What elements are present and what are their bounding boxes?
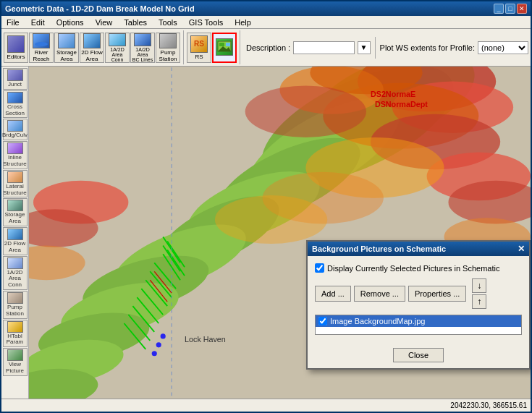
junction-label: Junct <box>8 82 22 88</box>
description-label: Description : <box>246 43 290 52</box>
plot-select[interactable]: (none) <box>478 41 528 54</box>
background-pictures-dialog: Background Pictures on Schematic ✕ Displ… <box>306 240 531 370</box>
maximize-button[interactable]: □ <box>505 4 515 14</box>
storage-icon <box>58 33 75 48</box>
2dflow-label: 2D FlowArea <box>4 241 25 254</box>
svg-point-23 <box>245 85 366 137</box>
sidebar-htabl[interactable]: HTablParam <box>3 320 28 348</box>
dialog-overlay: Background Pictures on Schematic ✕ Displ… <box>306 240 531 370</box>
bg-icon <box>216 38 233 56</box>
storagearea-icon <box>7 200 23 211</box>
sidebar-pump[interactable]: PumpStation <box>3 291 28 319</box>
svg-point-32 <box>215 195 327 244</box>
sidebar-inline[interactable]: InlineStructure <box>3 141 28 169</box>
description-dropdown[interactable]: ▼ <box>358 41 371 54</box>
sidebar-storage[interactable]: StorageArea <box>3 198 28 226</box>
sidebar-cross-section[interactable]: CrossSection <box>3 90 28 119</box>
display-checkbox-label: Display Currently Selected Pictures in S… <box>327 264 499 273</box>
inline-label: InlineStructure <box>3 155 26 168</box>
menu-tools[interactable]: Tools <box>156 17 180 27</box>
menu-options[interactable]: Options <box>54 17 86 27</box>
pump-station-button[interactable]: PumpStation <box>156 33 180 63</box>
dialog-title-bar: Background Pictures on Schematic ✕ <box>308 242 529 256</box>
list-item-text: Image BackgroundMap.jpg <box>330 317 425 325</box>
add-button[interactable]: Add ... <box>315 286 351 302</box>
background-picture-button[interactable] <box>212 33 237 63</box>
sidebar-bridge[interactable]: Brdg/Culv <box>3 119 28 140</box>
1a2d-label: 1A/2DAreaConn <box>7 270 22 289</box>
map-area[interactable]: Lock Haven DS2NormaE DSNormaDept Backgro… <box>29 67 531 399</box>
menu-file[interactable]: File <box>4 17 22 27</box>
menu-help[interactable]: Help <box>232 17 253 27</box>
svg-text:Lock Haven: Lock Haven <box>185 335 226 344</box>
1a2dbc-label: 1A/2D AreaBC Lines <box>131 47 154 62</box>
title-buttons: _ □ ✕ <box>494 4 527 14</box>
svg-point-50 <box>161 333 166 339</box>
junction-icon <box>7 69 23 81</box>
2dflow-area-button[interactable]: 2D FlowArea <box>80 33 104 63</box>
1a2d-label: 1A/2D AreaConn <box>106 47 129 62</box>
2dflow-label: 2D FlowArea <box>81 49 102 62</box>
sidebar-lateral[interactable]: LateralStructure <box>3 170 28 198</box>
display-checkbox-row: Display Currently Selected Pictures in S… <box>315 263 522 273</box>
toolbar: Editors RiverReach StorageArea 2D FlowAr… <box>1 29 531 67</box>
description-area: Description : ▼ Plot WS extents for Prof… <box>246 37 528 59</box>
toolbar-divider <box>375 37 376 59</box>
dialog-action-buttons: Add ... Remove ... Properties ... ↓ ↑ <box>315 278 522 309</box>
close-button[interactable]: ✕ <box>517 4 527 14</box>
close-dialog-button[interactable]: Close <box>393 348 444 362</box>
storage-label: StorageArea <box>56 49 77 62</box>
sidebar-1a2d[interactable]: 1A/2DAreaConn <box>3 256 28 290</box>
list-item-checkbox[interactable] <box>318 317 327 325</box>
list-item-backgroundmap[interactable]: Image BackgroundMap.jpg <box>316 315 521 327</box>
main-window: Geometric Data - 1D-2D Dam Break Model N… <box>0 0 532 413</box>
editors-label: Editors <box>7 54 25 60</box>
sidebar-junction[interactable]: Junct <box>3 68 28 90</box>
bridge-icon <box>7 120 23 132</box>
status-bar: 2042230.30, 366515.61 <box>1 399 531 412</box>
menu-edit[interactable]: Edit <box>29 17 47 27</box>
menu-gistools[interactable]: GIS Tools <box>187 17 226 27</box>
menu-tables[interactable]: Tables <box>122 17 149 27</box>
remove-button[interactable]: Remove ... <box>354 286 405 302</box>
2dflowarea-icon <box>7 229 23 240</box>
1a2d-icon <box>109 33 126 46</box>
properties-button[interactable]: Properties ... <box>408 286 466 302</box>
title-bar: Geometric Data - 1D-2D Dam Break Model N… <box>1 1 531 16</box>
move-up-button[interactable]: ↑ <box>472 294 486 309</box>
svg-text:DSNormaDept: DSNormaDept <box>375 100 428 108</box>
lateral-label: LateralStructure <box>3 184 26 197</box>
sidebar-2dflow[interactable]: 2D FlowArea <box>3 227 28 255</box>
rs-button[interactable]: RS RS <box>187 33 211 63</box>
river-reach-button[interactable]: RiverReach <box>29 33 54 63</box>
svg-point-52 <box>152 351 157 356</box>
htabl-label: HTablParam <box>7 333 24 346</box>
svg-text:DS2NormaE: DS2NormaE <box>371 90 415 98</box>
dialog-body: Display Currently Selected Pictures in S… <box>308 256 529 342</box>
minimize-button[interactable]: _ <box>494 4 504 14</box>
storage-label: StorageArea <box>4 212 25 225</box>
1a2dbc-icon <box>134 33 151 46</box>
1a2dconn-icon <box>7 257 23 269</box>
dialog-footer: Close <box>308 342 529 368</box>
river-label: RiverReach <box>33 49 49 62</box>
pump-label: PumpStation <box>6 305 24 318</box>
svg-rect-3 <box>226 43 230 46</box>
move-down-button[interactable]: ↓ <box>472 278 486 293</box>
display-checkbox[interactable] <box>315 263 324 273</box>
storage-area-button[interactable]: StorageArea <box>54 33 79 63</box>
editors-button[interactable]: Editors <box>4 33 28 63</box>
1a2d-conn-button[interactable]: 1A/2D AreaConn <box>105 33 130 63</box>
rs-label: RS <box>195 54 203 60</box>
main-area: Junct CrossSection Brdg/Culv InlineStruc… <box>1 67 531 399</box>
sidebar-view-picture[interactable]: ViewPicture <box>3 348 28 376</box>
crosssection-icon <box>7 92 23 103</box>
editors-icon <box>7 35 25 53</box>
1a2d-bclines-button[interactable]: 1A/2D AreaBC Lines <box>130 33 155 63</box>
coordinates-text: 2042230.30, 366515.61 <box>450 401 527 409</box>
description-input[interactable] <box>293 41 354 54</box>
menu-view[interactable]: View <box>93 17 115 27</box>
dialog-close-x[interactable]: ✕ <box>518 244 525 254</box>
menu-bar: File Edit Options View Tables Tools GIS … <box>1 16 531 29</box>
rs-icon: RS <box>190 35 208 53</box>
